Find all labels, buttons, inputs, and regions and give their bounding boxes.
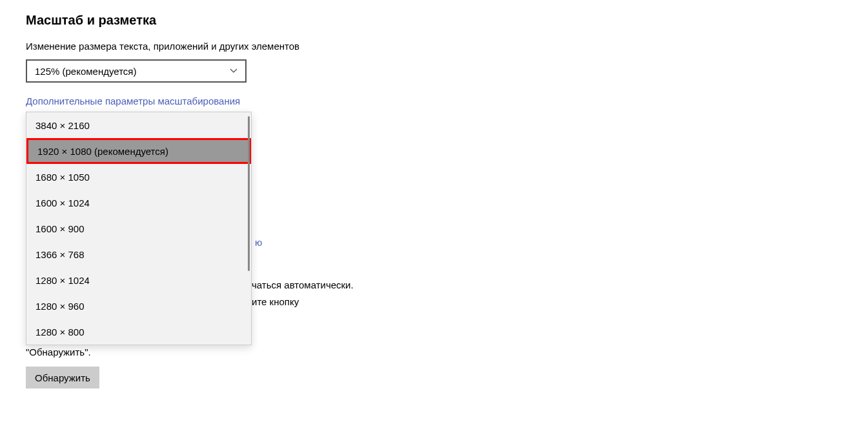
resolution-option[interactable]: 1600 × 900 [26,216,251,241]
scrollbar-thumb[interactable] [248,116,250,271]
scale-label: Изменение размера текста, приложений и д… [26,41,842,52]
resolution-dropdown[interactable]: 3840 × 2160 1920 × 1080 (рекомендуется) … [26,112,252,345]
scale-select[interactable]: 125% (рекомендуется) [26,59,247,83]
resolution-option[interactable]: 1280 × 1024 [26,267,251,293]
help-text-line2: ите кнопку [252,294,419,310]
resolution-option[interactable]: 1366 × 768 [26,241,251,267]
chevron-down-icon [230,67,237,75]
detect-button[interactable]: Обнаружить [26,367,99,388]
resolution-option[interactable]: 1680 × 1050 [26,164,251,190]
help-text-line1: чаться автоматически. [252,277,419,294]
help-text-line3: "Обнаружить". [26,347,842,357]
obscured-link-fragment[interactable]: ю [255,237,262,248]
resolution-option[interactable]: 3840 × 2160 [26,112,251,138]
scale-selected-value: 125% (рекомендуется) [35,66,136,77]
section-title: Масштаб и разметка [26,13,842,28]
resolution-option[interactable]: 1280 × 800 [26,319,251,345]
resolution-option[interactable]: 1280 × 960 [26,293,251,319]
resolution-option[interactable]: 1600 × 1024 [26,190,251,216]
advanced-scaling-link[interactable]: Дополнительные параметры масштабирования [26,96,842,106]
resolution-option-selected[interactable]: 1920 × 1080 (рекомендуется) [26,138,251,164]
